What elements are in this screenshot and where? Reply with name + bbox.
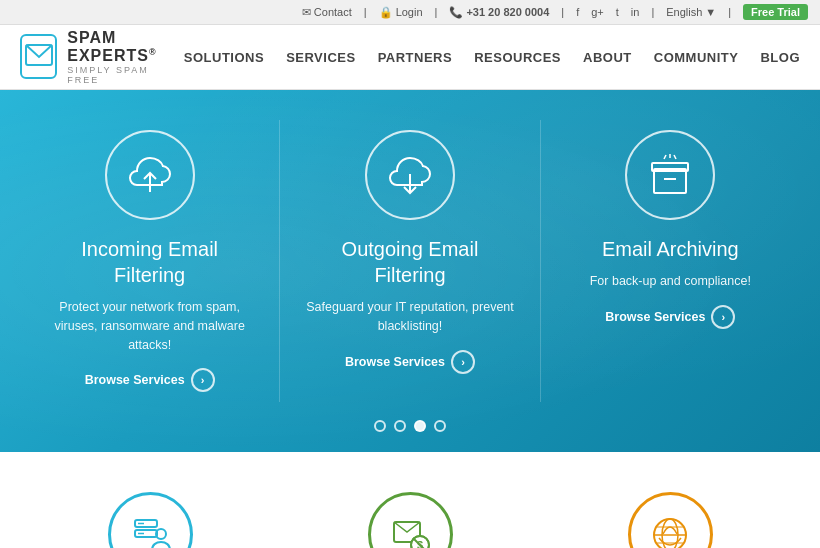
googleplus-icon: g+ [591,6,604,18]
top-bar-items: ✉ Contact | 🔒 Login | 📞 +31 20 820 0004 … [302,4,808,20]
bottom-card-server [20,482,280,548]
server-people-icon [127,512,173,548]
bottom-card-nospam: $ [280,482,540,548]
browse-arrow-icon3: › [711,305,735,329]
separator4: | [651,6,654,18]
dot-2[interactable] [394,420,406,432]
hero-card-archiving: Email Archiving For back-up and complian… [540,120,800,402]
logo-svg [24,44,54,70]
dot-4[interactable] [434,420,446,432]
cloud-upload-icon [126,154,174,196]
bottom-card-globe [540,482,800,548]
archiving-browse-link[interactable]: Browse Services › [605,305,735,329]
cloud-download-icon [386,154,434,196]
incoming-browse-link[interactable]: Browse Services › [85,368,215,392]
logo-name: SPAM EXPERTS® [67,29,184,65]
separator3: | [561,6,564,18]
incoming-title: Incoming EmailFiltering [81,236,218,288]
globe-speed-icon-circle [628,492,713,548]
facebook-link[interactable]: f [576,6,579,18]
archiving-title: Email Archiving [602,236,739,262]
twitter-icon: t [616,6,619,18]
linkedin-icon: in [631,6,640,18]
svg-point-19 [654,519,686,548]
free-trial-button[interactable]: Free Trial [743,4,808,20]
nav-solutions[interactable]: SOLUTIONS [184,50,264,65]
browse-arrow-icon: › [191,368,215,392]
lock-icon: 🔒 [379,6,393,19]
googleplus-link[interactable]: g+ [591,6,604,18]
bottom-section: $ [0,452,820,548]
outgoing-browse-link[interactable]: Browse Services › [345,350,475,374]
archiving-icon-circle [625,130,715,220]
incoming-filter-icon-circle [105,130,195,220]
nav-partners[interactable]: PARTNERS [378,50,453,65]
nav-services[interactable]: SERVICES [286,50,356,65]
language-selector[interactable]: English ▼ [666,6,716,18]
facebook-icon: f [576,6,579,18]
logo-tagline: SIMPLY SPAM FREE [67,65,184,85]
dot-1[interactable] [374,420,386,432]
hero-cards: Incoming EmailFiltering Protect your net… [20,120,800,402]
separator2: | [435,6,438,18]
slider-dots [374,420,446,432]
logo[interactable]: SPAM EXPERTS® SIMPLY SPAM FREE [20,29,184,85]
phone-link[interactable]: 📞 +31 20 820 0004 [449,6,549,19]
hero-card-incoming: Incoming EmailFiltering Protect your net… [20,120,279,402]
nav-resources[interactable]: RESOURCES [474,50,561,65]
archive-icon [646,151,694,199]
svg-line-6 [664,155,666,159]
hero-section: Incoming EmailFiltering Protect your net… [0,90,820,452]
incoming-desc: Protect your network from spam, viruses,… [40,298,259,354]
nav-community[interactable]: COMMUNITY [654,50,739,65]
nav-blog[interactable]: BLOG [760,50,800,65]
nav-about[interactable]: ABOUT [583,50,632,65]
outgoing-title: Outgoing EmailFiltering [342,236,479,288]
phone-icon: 📞 [449,6,463,19]
no-spam-icon-circle: $ [368,492,453,548]
archiving-desc: For back-up and compliance! [590,272,751,291]
hero-card-outgoing: Outgoing EmailFiltering Safeguard your I… [279,120,539,402]
server-people-icon-circle [108,492,193,548]
login-link[interactable]: 🔒 Login [379,6,423,19]
top-bar: ✉ Contact | 🔒 Login | 📞 +31 20 820 0004 … [0,0,820,25]
outgoing-desc: Safeguard your IT reputation, prevent bl… [300,298,519,336]
header: SPAM EXPERTS® SIMPLY SPAM FREE SOLUTIONS… [0,25,820,90]
svg-line-8 [674,155,676,159]
browse-arrow-icon2: › [451,350,475,374]
envelope-icon: ✉ [302,6,311,19]
separator1: | [364,6,367,18]
globe-speed-icon [647,512,693,548]
separator5: | [728,6,731,18]
main-nav: SOLUTIONS SERVICES PARTNERS RESOURCES AB… [184,50,800,65]
chevron-down-icon: ▼ [705,6,716,18]
dot-3[interactable] [414,420,426,432]
logo-icon [20,34,57,79]
contact-link[interactable]: ✉ Contact [302,6,352,19]
logo-text: SPAM EXPERTS® SIMPLY SPAM FREE [67,29,184,85]
outgoing-filter-icon-circle [365,130,455,220]
svg-rect-3 [654,169,686,193]
linkedin-link[interactable]: in [631,6,640,18]
twitter-link[interactable]: t [616,6,619,18]
no-spam-icon: $ [387,512,433,548]
